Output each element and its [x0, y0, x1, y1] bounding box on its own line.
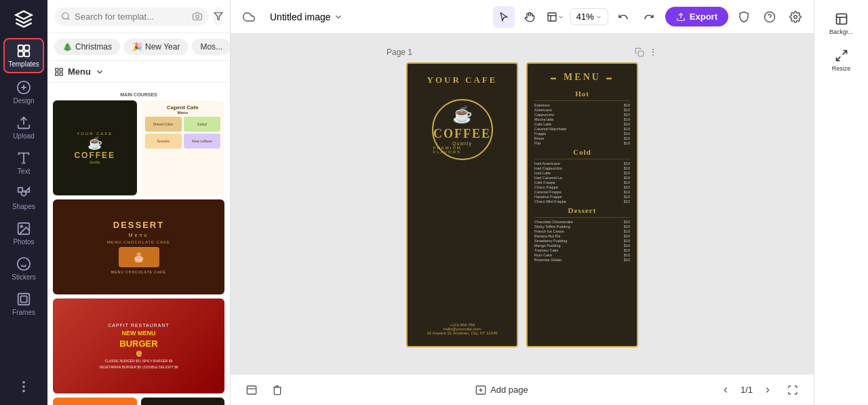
svg-rect-2 [18, 52, 23, 56]
layout-tool-button[interactable] [545, 6, 566, 28]
bottom-right: 1/1 [716, 380, 803, 400]
template-card-white-menu[interactable]: MAIN COURSES Grilled New York Steak$18.0… [53, 88, 224, 96]
sidebar-item-text[interactable]: Text [3, 147, 44, 179]
canvas-area[interactable]: Page 1 YOUR CAFE ☕ COFFEE Quality PRE [231, 34, 814, 374]
chevron-down-icon [595, 14, 602, 20]
category-tab-christmas[interactable]: 🎄 Christmas [54, 39, 120, 55]
svg-point-20 [196, 15, 199, 18]
template-card-capent-cafe[interactable]: Capent Cafe Menu Mixed Cake Salad Snacks… [141, 100, 225, 195]
search-input[interactable] [75, 12, 189, 22]
prev-page-button[interactable] [716, 381, 735, 400]
more-options-icon[interactable] [648, 47, 658, 57]
redo-button[interactable] [638, 6, 660, 28]
page-settings-button[interactable] [241, 380, 262, 400]
svg-point-11 [18, 258, 30, 270]
bottom-center: Add page [470, 382, 534, 398]
svg-point-16 [23, 382, 24, 383]
svg-line-43 [842, 51, 846, 55]
sidebar-item-templates[interactable]: Templates [3, 38, 44, 73]
template-card-dessert[interactable]: DESSERT Menu MENU CHOCOLATE CAKE 🎂 MENU … [53, 199, 224, 294]
left-sidebar: Templates Design Upload Text [0, 0, 47, 405]
svg-rect-22 [56, 68, 58, 71]
toolbar-center: 41% [493, 6, 660, 28]
resize-button[interactable]: Resize [818, 43, 865, 77]
app-logo[interactable] [12, 7, 36, 31]
shield-button[interactable] [734, 7, 754, 27]
sidebar-item-stickers[interactable]: Stickers [3, 252, 44, 285]
search-bar [54, 7, 209, 26]
sidebar-item-upload[interactable]: Upload [3, 111, 44, 144]
svg-rect-1 [24, 45, 29, 50]
document-title[interactable]: Untitled image [264, 9, 349, 25]
coffee-logo: ☕ COFFEE Quality PREMIUM FLAVORS [432, 99, 493, 160]
hot-section-title: Hot [534, 90, 630, 98]
sidebar-item-frames[interactable]: Frames [3, 288, 44, 320]
coffee-tagline: PREMIUM FLAVORS [433, 146, 492, 154]
svg-point-19 [62, 13, 68, 19]
svg-marker-8 [25, 188, 29, 192]
bottom-bar: Add page 1/1 [231, 374, 814, 405]
page-indicator: 1/1 [741, 385, 753, 395]
hot-divider [534, 100, 630, 101]
fullscreen-button[interactable] [783, 380, 803, 400]
template-card-coffee-dark[interactable]: YOUR CAFE ☕ COFFEE Quality [53, 100, 137, 195]
cafe-title: YOUR CAFE [427, 75, 498, 85]
background-button[interactable]: Backgr... [818, 7, 865, 41]
category-tab-most[interactable]: Mos... [192, 39, 230, 55]
svg-rect-25 [56, 73, 58, 75]
svg-rect-24 [60, 73, 62, 75]
sidebar-item-photos[interactable]: Photos [3, 217, 44, 250]
sidebar-item-more[interactable] [3, 375, 44, 398]
svg-rect-26 [548, 13, 556, 21]
template-card-burger[interactable]: CAPFIT RESTAURANT NEW MENU BURGER 🍔 CLAS… [53, 298, 224, 393]
cold-items: Iced Americano$10 Iced Cappuccino$10 Ice… [534, 161, 630, 204]
category-tab-newyear[interactable]: 🎉 New Year [124, 39, 188, 55]
right-panel: Backgr... Resize [814, 0, 868, 405]
cold-section-title: Cold [534, 148, 630, 156]
template-card-pizza[interactable]: PIZZAS 🍕 Margherita Pizza $8 DESSERTS [53, 398, 137, 405]
sidebar-item-shapes[interactable]: Shapes [3, 182, 44, 214]
svg-point-32 [794, 15, 797, 18]
svg-point-36 [652, 55, 653, 56]
add-page-button[interactable]: Add page [470, 382, 534, 398]
chevron-down-icon [557, 14, 564, 20]
undo-button[interactable] [612, 6, 634, 28]
hot-items: Espresso$10 Americano$10 Cappuccino$10 M… [534, 102, 630, 145]
select-tool-button[interactable] [493, 6, 515, 28]
dessert-items: Chocolate Cheesecake$10 Sticky Toffee Pu… [534, 219, 630, 262]
templates-panel: 🎄 Christmas 🎉 New Year Mos... Menu MAIN … [47, 0, 231, 405]
coffee-quality: Quality [452, 141, 472, 146]
search-icon [61, 12, 71, 21]
menu-page-right[interactable]: ▬ MENU ▬ Hot Espresso$10 Americano$10 Ca… [526, 62, 638, 347]
menu-footer: +123-456-789 hello@yourcafe.com 22 Anyon… [427, 323, 497, 335]
export-button[interactable]: Export [665, 7, 728, 26]
bottom-left [241, 380, 288, 400]
section-header-menu[interactable]: Menu [47, 61, 230, 83]
template-card-dark-menu[interactable]: MENU LIST [141, 398, 225, 405]
hand-tool-button[interactable] [519, 6, 540, 28]
copy-page-icon[interactable] [635, 47, 644, 57]
svg-point-10 [20, 225, 22, 227]
dessert-divider [534, 217, 630, 218]
cloud-save-button[interactable] [239, 7, 259, 27]
svg-rect-42 [836, 14, 846, 24]
filter-button[interactable] [213, 7, 223, 26]
coffee-name: COFFEE [433, 127, 491, 141]
zoom-control[interactable]: 41% [570, 8, 608, 25]
menu-page-left[interactable]: YOUR CAFE ☕ COFFEE Quality PREMIUM FLAVO… [406, 62, 518, 347]
svg-rect-15 [20, 296, 26, 302]
svg-point-18 [23, 391, 24, 392]
chevron-down-icon [95, 67, 104, 77]
coffee-cup-icon: ☕ [452, 105, 473, 124]
delete-page-button[interactable] [267, 380, 288, 400]
templates-grid: MAIN COURSES Grilled New York Steak$18.0… [47, 83, 230, 405]
dessert-section-title: Dessert [534, 206, 630, 214]
coffee-circle: ☕ COFFEE Quality PREMIUM FLAVORS [432, 99, 493, 160]
svg-rect-14 [18, 294, 30, 305]
sidebar-item-design[interactable]: Design [3, 76, 44, 109]
settings-button[interactable] [785, 7, 806, 27]
next-page-button[interactable] [758, 381, 777, 400]
chevron-down-icon [334, 12, 343, 22]
help-button[interactable] [760, 7, 780, 27]
camera-icon [193, 12, 202, 21]
